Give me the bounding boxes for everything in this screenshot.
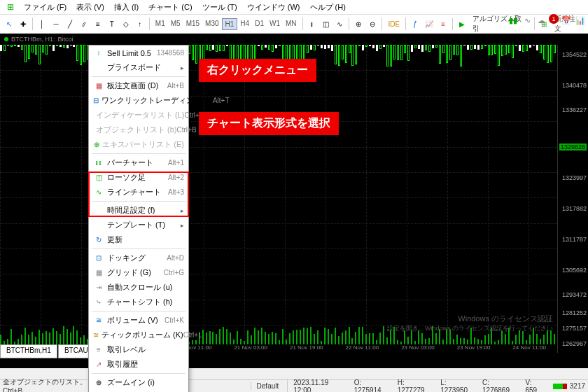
timeframe-H1[interactable]: H1 [222,18,238,30]
chart-tab-0[interactable]: BTCTHBm,H1 [0,344,57,358]
menu-item[interactable]: 表示 (V) [72,1,108,14]
list-icon[interactable]: ≡ [437,18,449,30]
vps-icon[interactable]: ☁ [535,14,547,27]
ctx-item-icon: ▦ [93,80,104,92]
hline-icon[interactable]: ─ [50,18,62,30]
timeframe-W1[interactable]: W1 [267,18,283,30]
ctx-item-label: インディケータリスト (L) [96,110,185,120]
vline-icon[interactable]: │ [36,18,48,30]
ctx-selllimit[interactable]: ↕Sell Limit 0.51348568 [89,46,188,60]
timeframe-D1[interactable]: D1 [252,18,267,30]
ctx-[interactable]: ∿ラインチャートAlt+3 [89,185,188,200]
market-icon[interactable]: 📊 [574,14,587,27]
ctx-item-icon: ↻ [93,234,104,246]
func-icon[interactable]: ƒ [409,18,421,30]
ctx-item-icon: ≋ [93,315,104,326]
ctx-f[interactable]: 時間足設定 (f)▸ [89,203,188,218]
y-tick: 1305692 [562,267,587,274]
ctx-item-label: Sell Limit 0.5 [107,49,157,57]
chart-line-icon[interactable]: ∿ [333,18,346,30]
status-close: C: 1276869 [482,379,517,393]
zoom-out-icon[interactable]: ⊖ [366,18,379,30]
fib-icon[interactable]: ≡ [92,18,104,30]
ctx-i[interactable]: ⊕ズームイン (i) [89,375,188,390]
ide-button[interactable]: IDE [385,19,402,29]
menu-item[interactable]: 挿入 (I) [110,1,143,14]
menubar: ⊞ ファイル (F)表示 (V)挿入 (I)チャート (C)ツール (T)ウイン… [0,0,588,14]
ctx-item-label: 板注文画面 (D) [107,80,167,91]
crosshair-icon[interactable]: ✚ [17,18,29,30]
timeframe-M30[interactable]: M30 [202,18,221,30]
chart-bar-icon[interactable]: ⫾ [306,18,318,30]
ctx-t[interactable]: テンプレート (T)▸ [89,218,188,232]
ctx-d[interactable]: ▦板注文画面 (D)Alt+B [89,78,188,93]
ctx-item-label: ワンクリックトレーディング (k) [102,95,213,106]
x-tick: 23 Nov 03:00 [390,344,446,353]
menu-item[interactable]: ツール (T) [198,1,241,14]
submenu-arrow-icon: ▸ [181,207,184,214]
ctx-item-icon: ↕ [93,48,104,59]
ctx-[interactable]: ⊡ドッキングAlt+D [89,251,188,265]
menu-item[interactable]: ファイル (F) [20,1,71,14]
zoom-in-icon[interactable]: ⊕ [352,18,365,30]
ctx-item-icon [93,62,104,74]
ctx-item-label: バーチャート [107,158,168,168]
chart-symbol-tab: BTCTHBm, H1: Bitcoi [0,34,78,45]
timeframe-M15[interactable]: M15 [183,18,202,30]
menu-item[interactable]: ヘルプ (H) [306,1,350,14]
algo-icon[interactable]: ▶ [456,18,468,30]
timeframe-M5[interactable]: M5 [168,18,183,30]
ctx-item-label: 時間足設定 (f) [107,205,181,216]
ctx-item-icon: ◫ [93,172,104,183]
annotation-callout-1: 右クリックメニュー [199,59,316,82]
context-menu: ↕Sell Limit 0.51348568プライスボード▸▦板注文画面 (D)… [88,45,189,392]
header-tools: ▮▮ ∿ ☁ 1 📅 📊 [507,14,587,27]
ctx-[interactable]: ↗取引履歴 [89,357,188,372]
status-vol: V: 659 [525,379,544,393]
x-tick: 21 Nov 19:00 [279,344,335,353]
ctx-u[interactable]: ⇥自動スクロール (u) [89,280,188,295]
y-tick: 1293472 [562,291,587,298]
ctx-item-label: オブジェクトリスト (b) [96,125,177,135]
ctx-[interactable]: ⫾⫾バーチャートAlt+1 [89,155,188,170]
y-tick: 1354522 [562,51,587,58]
text-icon[interactable]: T [106,18,118,30]
signal-icon[interactable]: ∿ [521,14,533,27]
chart-candle-icon[interactable]: ◫ [320,18,332,30]
ctx-[interactable]: ↻更新 [89,232,188,247]
alert-icon[interactable]: 1 [549,14,559,24]
trendline-icon[interactable]: ╱ [64,18,76,30]
cursor-icon[interactable]: ↖ [3,18,15,30]
ctx-item-label: 更新 [107,234,184,245]
ctx-item-label: チャートシフト (h) [107,297,184,307]
channel-icon[interactable]: ⫽ [78,18,90,30]
ctx-[interactable]: プライスボード▸ [89,60,188,75]
ctx-item-label: プライスボード [107,62,181,73]
ctx-g[interactable]: ▦グリッド (G)Ctrl+G [89,265,188,280]
ctx-h[interactable]: ⤷チャートシフト (h) [89,295,188,309]
timeframe-H4[interactable]: H4 [237,18,252,30]
y-tick: 1336227 [562,106,587,113]
autotrade-icon[interactable]: ▮▮ [507,14,519,27]
ctx-item-icon: ⫾⫾ [93,158,104,169]
ctx-item-icon: ≡ [93,344,104,356]
ctx-item-icon: ↗ [93,359,104,370]
status-datetime: 2023.11.19 12:00 [287,379,345,393]
chart-icon[interactable]: 📈 [423,18,435,30]
arrow-icon[interactable]: ↑ [134,18,146,30]
ctx-k[interactable]: ≋ティックボリューム (K)Ctrl+L [89,328,188,342]
shapes-icon[interactable]: ◇ [120,18,132,30]
ctx-item-label: 取引履歴 [107,359,184,370]
timeframe-M1[interactable]: M1 [153,18,168,30]
x-tick: 21 Nov 03:00 [223,344,279,353]
ctx-[interactable]: ≡取引レベル [89,342,188,357]
connection-icon [553,384,567,389]
menu-item[interactable]: ウインドウ (W) [243,1,304,14]
menu-item[interactable]: チャート (C) [144,1,196,14]
ctx-k[interactable]: ⊟ワンクリックトレーディング (k)Alt+T [89,93,188,108]
ctx-[interactable]: ◫ローソク足Alt+2 [89,170,188,185]
ctx-v[interactable]: ≋ボリューム (V)Ctrl+K [89,313,188,328]
y-tick: 1323997 [562,174,587,181]
calendar-icon[interactable]: 📅 [560,14,573,27]
timeframe-MN[interactable]: MN [283,18,300,30]
